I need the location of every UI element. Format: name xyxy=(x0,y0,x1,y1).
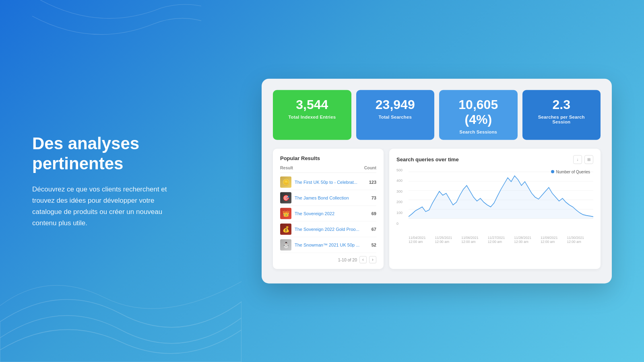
result-row: 💰 The Sovereign 2022 Gold Proo... 67 xyxy=(280,221,376,237)
chart-container: 500 400 300 200 100 0 xyxy=(396,168,593,234)
result-count-0: 123 xyxy=(369,179,376,184)
legend-dot xyxy=(551,170,554,173)
legend-label: Number of Queries xyxy=(556,169,590,174)
kpi-label-3: Searches per Search Session xyxy=(529,115,594,124)
result-name-2[interactable]: The Sovereign 2022 xyxy=(295,211,368,216)
next-page-button[interactable]: › xyxy=(369,256,376,263)
kpi-total-searches: 23,949 Total Searches xyxy=(356,90,435,140)
result-name-4[interactable]: The Snowman™ 2021 UK 50p ... xyxy=(295,242,368,247)
result-count-3: 67 xyxy=(372,226,376,231)
chart-header: Search queries over time ↓ ⊞ xyxy=(396,155,593,164)
chart-panel: Search queries over time ↓ ⊞ 500 400 300… xyxy=(389,148,601,269)
svg-marker-6 xyxy=(409,176,593,218)
pagination-text: 1-10 of 20 xyxy=(338,257,357,262)
result-row: 🪙 The First UK 50p to - Celebrat... 123 xyxy=(280,174,376,190)
result-name-3[interactable]: The Sovereign 2022 Gold Proo... xyxy=(295,226,368,231)
popular-results-panel: Popular Results Result Count 🪙 The First… xyxy=(273,148,384,269)
table-header: Result Count xyxy=(280,165,376,173)
chart-icons: ↓ ⊞ xyxy=(573,155,593,164)
kpi-label-0: Total Indexed Entries xyxy=(279,115,345,119)
pagination-row: 1-10 of 20 ‹ › xyxy=(280,256,376,263)
kpi-label-1: Total Searches xyxy=(363,115,428,119)
result-count-4: 52 xyxy=(372,242,376,247)
prev-page-button[interactable]: ‹ xyxy=(359,256,367,263)
result-count-2: 69 xyxy=(372,211,376,216)
result-count-1: 73 xyxy=(372,195,376,200)
thumb-0: 🪙 xyxy=(280,176,291,187)
description-text: Découvrez ce que vos clients recherchent… xyxy=(32,183,185,228)
x-axis-labels: 11/04/2021 12:00 am 11/25/2021 12:00 am … xyxy=(396,235,593,243)
kpi-total-indexed: 3,544 Total Indexed Entries xyxy=(273,90,351,140)
thumb-2: 👑 xyxy=(280,208,291,219)
thumb-3: 💰 xyxy=(280,223,291,234)
kpi-label-2: Search Sessions xyxy=(446,129,511,134)
kpi-value-0: 3,544 xyxy=(279,97,345,112)
kpi-search-sessions: 10,605 (4%) Search Sessions xyxy=(439,90,518,140)
chart-icon-btn-1[interactable]: ↓ xyxy=(573,155,582,164)
kpi-searches-per-session: 2.3 Searches per Search Session xyxy=(522,90,601,140)
result-row: 🎯 The James Bond Collection 73 xyxy=(280,190,376,206)
chart-icon-btn-2[interactable]: ⊞ xyxy=(584,155,593,164)
result-row: 👑 The Sovereign 2022 69 xyxy=(280,206,376,221)
chart-title: Search queries over time xyxy=(396,156,459,162)
thumb-4: ⛄ xyxy=(280,239,291,250)
chart-svg xyxy=(409,168,593,226)
col-result: Result xyxy=(280,165,293,170)
kpi-row: 3,544 Total Indexed Entries 23,949 Total… xyxy=(273,90,601,140)
main-heading: Des analyses pertinentes xyxy=(32,134,185,174)
y-axis-labels: 500 400 300 200 100 0 xyxy=(396,168,402,226)
chart-legend: Number of Queries xyxy=(551,169,590,174)
result-name-1[interactable]: The James Bond Collection xyxy=(295,195,368,200)
popular-results-title: Popular Results xyxy=(280,155,376,161)
dashboard-card: 3,544 Total Indexed Entries 23,949 Total… xyxy=(262,79,612,284)
result-row: ⛄ The Snowman™ 2021 UK 50p ... 52 xyxy=(280,237,376,253)
kpi-value-3: 2.3 xyxy=(529,97,594,112)
panels-row: Popular Results Result Count 🪙 The First… xyxy=(273,148,601,269)
result-name-0[interactable]: The First UK 50p to - Celebrat... xyxy=(295,179,366,184)
col-count: Count xyxy=(364,165,376,170)
kpi-value-1: 23,949 xyxy=(363,97,428,112)
kpi-value-2: 10,605 (4%) xyxy=(446,97,511,127)
left-panel: Des analyses pertinentes Découvrez ce qu… xyxy=(32,134,185,229)
thumb-1: 🎯 xyxy=(280,192,291,203)
